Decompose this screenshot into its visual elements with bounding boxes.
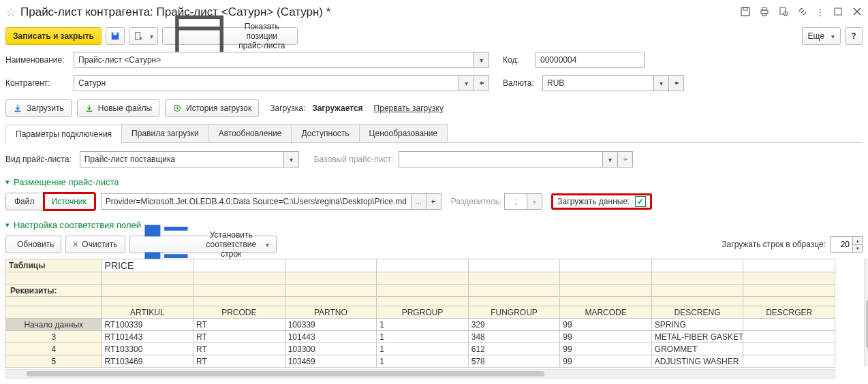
data-cell[interactable]: 1 — [377, 319, 469, 331]
column-header[interactable]: ARTIKUL — [102, 306, 193, 319]
rekv-cell[interactable] — [102, 285, 193, 297]
data-cell[interactable]: 1 — [377, 355, 469, 368]
code-input[interactable] — [536, 52, 645, 68]
data-cell[interactable] — [743, 331, 835, 343]
tab-auto[interactable]: Автообновление — [208, 124, 292, 142]
print-icon[interactable] — [759, 6, 770, 19]
data-cell[interactable]: 1 — [377, 343, 469, 355]
save-and-close-button[interactable]: Записать и закрыть — [5, 27, 102, 45]
load-button[interactable]: Загрузить — [5, 99, 72, 117]
connection-string-input[interactable] — [101, 193, 412, 210]
show-positions-button[interactable]: Показать позиции прайс-листа — [162, 27, 298, 45]
data-cell[interactable]: 1 — [377, 331, 469, 343]
placement-file-tab[interactable]: Файл — [5, 193, 44, 210]
data-cell[interactable]: RT103469 — [102, 355, 193, 368]
pricelist-type-dropdown[interactable]: ▾ — [284, 151, 299, 167]
currency-open[interactable] — [669, 75, 684, 91]
counterparty-open[interactable] — [474, 75, 489, 91]
rekv-cell[interactable] — [285, 285, 377, 297]
pricelist-type-select[interactable]: Прайс-лист поставщика — [80, 151, 284, 167]
tab-connection[interactable]: Параметры подключения — [5, 125, 122, 143]
column-header[interactable]: DESCRGER — [743, 306, 835, 319]
data-cell[interactable]: 99 — [560, 355, 652, 368]
data-cell[interactable]: RT — [193, 343, 285, 355]
horizontal-scrollbar[interactable] — [5, 369, 835, 379]
table-selected[interactable]: PRICE — [102, 259, 193, 272]
column-header[interactable]: FUNGROUP — [468, 306, 560, 319]
save-button[interactable] — [106, 27, 125, 45]
close-icon[interactable] — [852, 6, 863, 19]
data-cell[interactable]: ADJUSTING WASHER — [651, 355, 743, 368]
rekv-cell[interactable] — [377, 285, 469, 297]
row-number[interactable]: 4 — [6, 343, 102, 355]
data-cell[interactable]: RT — [193, 319, 285, 331]
rekv-cell[interactable] — [743, 285, 835, 297]
connection-string-browse[interactable]: … — [412, 193, 427, 210]
sample-rows-down[interactable]: ▾ — [853, 244, 863, 253]
column-header[interactable]: MARCODE — [560, 306, 652, 319]
data-cell[interactable]: 103300 — [285, 343, 377, 355]
data-cell[interactable]: RT101443 — [102, 331, 193, 343]
set-rows-button[interactable]: Установить соответствие строк — [129, 236, 277, 253]
data-cell[interactable]: GROMMET — [651, 343, 743, 355]
help-button[interactable]: ? — [845, 27, 863, 45]
data-cell[interactable] — [743, 355, 835, 368]
counterparty-dropdown[interactable]: ▾ — [459, 75, 474, 91]
data-cell[interactable]: 612 — [468, 343, 560, 355]
link-icon[interactable] — [797, 6, 808, 19]
data-cell[interactable]: 348 — [468, 331, 560, 343]
preview-icon[interactable] — [778, 6, 789, 19]
data-cell[interactable]: RT — [193, 331, 285, 343]
column-header[interactable]: DESCRENG — [651, 306, 743, 319]
data-cell[interactable]: 101443 — [285, 331, 377, 343]
rekv-cell[interactable] — [468, 285, 560, 297]
refresh-button[interactable]: Обновить — [5, 236, 61, 253]
data-cell[interactable]: METAL-FIBER GASKET — [651, 331, 743, 343]
maximize-icon[interactable] — [833, 6, 843, 19]
data-cell[interactable]: 329 — [468, 319, 560, 331]
history-button[interactable]: История загрузок — [165, 99, 259, 117]
star-icon[interactable]: ☆ — [5, 5, 16, 20]
tab-pricing[interactable]: Ценообразование — [359, 124, 448, 142]
tab-rules[interactable]: Правила загрузки — [121, 124, 209, 142]
group-mapping-toggle[interactable]: Настройка соответствия полей — [5, 220, 863, 230]
row-number[interactable]: 3 — [6, 331, 102, 343]
group-placement-toggle[interactable]: Размещение прайс-листа — [5, 177, 863, 187]
kebab-icon[interactable]: ⋮ — [816, 7, 824, 17]
currency-dropdown[interactable]: ▾ — [654, 75, 669, 91]
data-cell[interactable]: 99 — [560, 331, 652, 343]
column-header[interactable]: PARTNO — [285, 306, 377, 319]
mapping-grid[interactable]: ТаблицыPRICEРеквизиты:ARTIKULPRCODEPARTN… — [5, 259, 863, 379]
sample-rows-input[interactable] — [830, 236, 853, 253]
data-cell[interactable]: 100339 — [285, 319, 377, 331]
load-data-checkbox[interactable]: ✓ — [635, 196, 646, 207]
name-input[interactable] — [74, 52, 474, 68]
more-button[interactable]: Еще — [802, 27, 841, 45]
data-cell[interactable]: 99 — [560, 343, 652, 355]
name-dropdown[interactable]: ▾ — [474, 52, 489, 68]
data-cell[interactable]: SPRING — [651, 319, 743, 331]
data-cell[interactable]: RT103300 — [102, 343, 193, 355]
report-button[interactable] — [129, 27, 158, 45]
row-number[interactable]: 5 — [6, 355, 102, 368]
cancel-load-link[interactable]: Прервать загрузку — [374, 103, 444, 113]
data-cell[interactable]: 578 — [468, 355, 560, 368]
currency-input[interactable] — [542, 75, 654, 91]
new-files-button[interactable]: Новые файлы — [77, 99, 159, 117]
data-cell[interactable]: RT100339 — [102, 319, 193, 331]
data-cell[interactable] — [743, 319, 835, 331]
counterparty-input[interactable] — [74, 75, 459, 91]
tab-availability[interactable]: Доступность — [291, 124, 359, 142]
rekv-cell[interactable] — [560, 285, 652, 297]
connection-string-open[interactable] — [427, 193, 441, 210]
data-cell[interactable]: 99 — [560, 319, 652, 331]
data-cell[interactable] — [743, 343, 835, 355]
sample-rows-up[interactable]: ▴ — [853, 236, 863, 244]
data-cell[interactable]: RT — [193, 355, 285, 368]
column-header[interactable]: PRGROUP — [377, 306, 469, 319]
row-number[interactable]: Начало данных — [6, 319, 102, 331]
save-icon[interactable] — [740, 6, 751, 19]
placement-source-tab[interactable]: Источник — [44, 193, 95, 210]
data-cell[interactable]: 103469 — [285, 355, 377, 368]
rekv-cell[interactable] — [651, 285, 743, 297]
